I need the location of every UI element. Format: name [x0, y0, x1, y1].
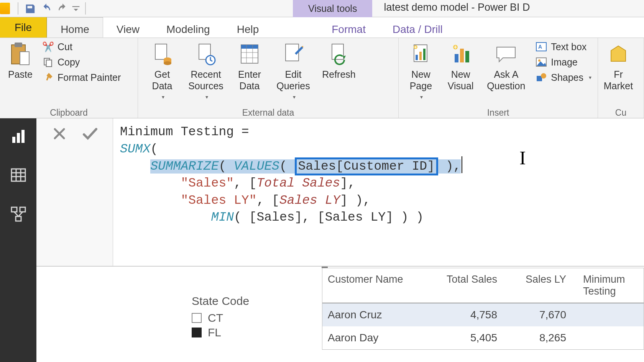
ask-a-question-button[interactable]: Ask A Question	[481, 39, 531, 92]
paste-button[interactable]: Paste	[3, 39, 38, 80]
svg-point-31	[538, 59, 540, 62]
slicer-state-code[interactable]: State Code CT FL	[192, 295, 299, 341]
qat-dropdown-icon[interactable]	[71, 0, 81, 17]
refresh-icon	[327, 42, 350, 66]
col-header-min[interactable]: Minimum Testing	[572, 268, 644, 303]
new-page-button[interactable]: New Page	[402, 39, 440, 100]
svg-rect-25	[460, 49, 464, 62]
contextual-tab-header: Visual tools	[293, 0, 372, 17]
tab-home[interactable]: Home	[47, 17, 103, 38]
svg-point-8	[164, 61, 171, 65]
recent-sources-button[interactable]: Recent Sources	[185, 39, 227, 100]
enter-data-icon	[238, 42, 261, 66]
svg-rect-5	[155, 44, 167, 59]
svg-rect-35	[17, 133, 20, 143]
paste-icon	[9, 42, 32, 66]
table-row[interactable]: Aaron Cruz 4,758 7,670	[322, 303, 644, 326]
col-header-total[interactable]: Total Sales	[434, 268, 503, 303]
title-bar: Visual tools latest demo model - Power B…	[0, 0, 644, 17]
textbox-icon: A	[536, 41, 547, 52]
svg-line-45	[14, 212, 18, 216]
model-view-button[interactable]	[8, 204, 28, 224]
svg-rect-43	[20, 207, 25, 212]
commit-formula-button[interactable]	[79, 122, 102, 145]
brush-icon	[42, 72, 54, 83]
data-view-button[interactable]	[8, 165, 28, 185]
slicer-item-label: FL	[208, 326, 221, 339]
group-label-insert: Insert	[402, 106, 595, 118]
edit-queries-button[interactable]: Edit Queries	[272, 39, 314, 100]
col-header-name[interactable]: Customer Name	[322, 268, 434, 303]
image-icon	[536, 56, 547, 68]
marketplace-icon	[607, 42, 630, 66]
ribbon-tabs: File Home View Modeling Help Format Data…	[0, 17, 644, 38]
svg-rect-37	[12, 169, 25, 181]
shapes-button[interactable]: Shapes	[532, 70, 595, 85]
ibeam-cursor-icon: I	[519, 145, 526, 171]
svg-rect-20	[416, 55, 418, 60]
slicer-title: State Code	[192, 295, 299, 308]
tab-modeling[interactable]: Modeling	[153, 17, 223, 38]
tab-view[interactable]: View	[103, 17, 153, 38]
tab-format[interactable]: Format	[318, 17, 379, 38]
group-insert: New Page New Visual Ask A Question A	[399, 38, 598, 118]
svg-rect-4	[46, 60, 52, 67]
new-visual-button[interactable]: New Visual	[442, 39, 480, 92]
cancel-formula-button[interactable]	[48, 122, 71, 145]
table-visual[interactable]: Customer Name Total Sales Sales LY Minim…	[322, 268, 644, 350]
enter-data-label: Enter Data	[238, 69, 261, 92]
group-label-custom: Cu	[601, 106, 641, 118]
from-marketplace-button[interactable]: FrMarket	[601, 39, 636, 92]
slicer-item-fl[interactable]: FL	[192, 326, 299, 339]
get-data-label: Get Data	[152, 69, 172, 92]
svg-rect-42	[12, 207, 17, 212]
checkbox-icon[interactable]	[192, 328, 202, 337]
svg-rect-36	[21, 130, 25, 143]
new-page-icon	[409, 42, 432, 66]
refresh-label: Refresh	[322, 69, 356, 80]
svg-rect-18	[332, 44, 343, 59]
svg-point-33	[541, 73, 546, 79]
group-label-clipboard: Clipboard	[3, 106, 135, 118]
tab-file[interactable]: File	[0, 17, 47, 38]
svg-rect-26	[465, 51, 469, 62]
copy-button[interactable]: Copy	[39, 55, 124, 69]
view-nav	[0, 118, 36, 362]
tab-help[interactable]: Help	[223, 17, 273, 38]
image-button[interactable]: Image	[532, 55, 595, 69]
recent-sources-icon	[194, 42, 217, 66]
textbox-button[interactable]: A Text box	[532, 39, 595, 54]
save-icon[interactable]	[22, 0, 38, 17]
edit-queries-icon	[282, 42, 305, 66]
table-row[interactable]: Aaron Day 5,405 8,265	[322, 326, 644, 349]
formula-input[interactable]: Minimum Testing = SUMX( SUMMARIZE( VALUE…	[113, 118, 644, 266]
tab-data-drill[interactable]: Data / Drill	[379, 17, 456, 38]
group-custom-cut: FrMarket Cu	[598, 38, 644, 118]
get-data-button[interactable]: Get Data	[141, 39, 183, 100]
redo-icon[interactable]	[54, 0, 71, 17]
svg-rect-24	[455, 54, 458, 62]
copy-icon	[42, 56, 54, 68]
checkbox-icon[interactable]	[192, 313, 202, 323]
col-header-ly[interactable]: Sales LY	[503, 268, 572, 303]
table-header: Customer Name Total Sales Sales LY Minim…	[322, 268, 644, 303]
undo-icon[interactable]	[38, 0, 54, 17]
report-view-button[interactable]	[8, 126, 28, 146]
ribbon: Paste ✂️ Cut Copy Format Painte	[0, 38, 644, 118]
svg-rect-1	[15, 43, 22, 47]
new-page-label: New Page	[410, 69, 432, 92]
svg-rect-12	[241, 45, 258, 49]
formula-tools	[36, 118, 113, 266]
slicer-item-label: CT	[208, 311, 223, 324]
scissors-icon: ✂️	[42, 41, 54, 52]
intellisense-highlight: Sales[Customer ID]	[295, 157, 438, 175]
svg-rect-22	[423, 49, 426, 60]
format-painter-button[interactable]: Format Painter	[39, 70, 124, 85]
svg-rect-44	[16, 216, 21, 221]
refresh-button[interactable]: Refresh	[316, 39, 362, 80]
recent-sources-label: Recent Sources	[188, 69, 223, 92]
enter-data-button[interactable]: Enter Data	[228, 39, 271, 92]
slicer-item-ct[interactable]: CT	[192, 311, 299, 324]
cut-button[interactable]: ✂️ Cut	[39, 39, 124, 54]
group-label-external: External data	[141, 106, 395, 118]
